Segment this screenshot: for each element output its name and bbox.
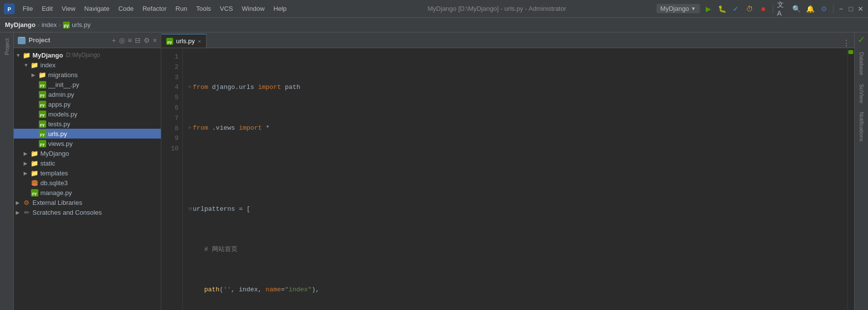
code-content[interactable]: ⊢from django.urls import path ⊢from .vie… bbox=[183, 48, 847, 310]
admin-file-icon: py bbox=[38, 90, 46, 98]
tree-db[interactable]: ▶ db.sqlite3 bbox=[14, 178, 161, 188]
coverage-button[interactable]: ✓ bbox=[730, 3, 741, 14]
breadcrumb-folder[interactable]: index bbox=[41, 21, 57, 28]
views-file-name: views.py bbox=[48, 140, 73, 147]
root-folder-icon: 📁 bbox=[23, 51, 30, 59]
tab-overflow-menu[interactable]: ⋮ bbox=[838, 38, 854, 48]
svg-text:py: py bbox=[167, 40, 172, 44]
tab-close-button[interactable]: × bbox=[198, 38, 201, 44]
breadcrumb-project[interactable]: MyDjango bbox=[5, 21, 35, 28]
scratches-icon: ✏ bbox=[23, 208, 30, 216]
project-panel-label[interactable]: Project bbox=[3, 36, 11, 57]
svg-text:py: py bbox=[32, 191, 37, 196]
svg-rect-5 bbox=[18, 37, 25, 38]
manage-file-name: manage.py bbox=[40, 189, 72, 197]
options-icon[interactable]: ⚙ bbox=[144, 36, 150, 44]
tree-static[interactable]: ▶ 📁 static bbox=[14, 158, 161, 168]
menu-refactor[interactable]: Refactor bbox=[139, 4, 171, 13]
fold-icon-1[interactable]: ⊢ bbox=[189, 83, 192, 92]
svg-text:P: P bbox=[7, 6, 11, 12]
tree-tests[interactable]: ▶ py tests.py bbox=[14, 119, 161, 129]
svg-text:py: py bbox=[64, 23, 69, 28]
menu-vcs[interactable]: VCS bbox=[216, 4, 237, 13]
py-file-icon: py bbox=[63, 22, 70, 28]
notifications-panel-button[interactable]: Notifications bbox=[858, 108, 866, 145]
folder-icon bbox=[18, 36, 26, 44]
scview-panel-button[interactable]: SciView bbox=[858, 80, 866, 107]
static-folder-icon: 📁 bbox=[30, 159, 38, 167]
translate-button[interactable]: 文A bbox=[777, 3, 788, 14]
tree-apps[interactable]: ▶ py apps.py bbox=[14, 99, 161, 109]
menu-file[interactable]: File bbox=[19, 4, 37, 13]
tree-urls[interactable]: ▶ py urls.py bbox=[14, 129, 161, 139]
panel-header: Project + ◎ ≡ ⊟ ⚙ × bbox=[14, 32, 161, 48]
profile-button[interactable]: ⏱ bbox=[744, 3, 755, 14]
tree-migrations[interactable]: ▶ 📁 migrations bbox=[14, 70, 161, 80]
tree-index-folder[interactable]: ▼ 📁 index bbox=[14, 60, 161, 70]
fold-icon-2[interactable]: ⊢ bbox=[189, 123, 192, 133]
tab-label: urls.py bbox=[176, 37, 195, 45]
templates-folder-name: templates bbox=[40, 169, 68, 177]
apps-file-icon: py bbox=[38, 100, 46, 108]
svg-text:py: py bbox=[40, 132, 45, 137]
tree-external-libs[interactable]: ▶ ⚙ External Libraries bbox=[14, 197, 161, 207]
models-file-icon: py bbox=[38, 110, 46, 118]
admin-file-name: admin.py bbox=[48, 91, 74, 98]
breadcrumb-file[interactable]: py urls.py bbox=[63, 21, 90, 28]
check-indicator bbox=[848, 50, 853, 54]
menu-code[interactable]: Code bbox=[115, 4, 138, 13]
breadcrumb-sep-1: › bbox=[37, 21, 39, 28]
svg-text:py: py bbox=[40, 142, 45, 146]
menu-window[interactable]: Window bbox=[238, 4, 269, 13]
right-panel: ✓ Database SciView Notifications bbox=[854, 32, 868, 310]
svg-rect-4 bbox=[18, 37, 26, 44]
vertical-scrollbar[interactable] bbox=[847, 48, 854, 310]
fold-icon-4[interactable]: ⊟ bbox=[189, 204, 192, 214]
tree-view: ▼ 📁 MyDjango D:\MyDjango ▼ 📁 index ▶ 📁 m… bbox=[14, 48, 161, 310]
menu-run[interactable]: Run bbox=[172, 4, 191, 13]
maximize-button[interactable]: □ bbox=[847, 5, 854, 12]
menu-edit[interactable]: Edit bbox=[38, 4, 57, 13]
run-config-selector[interactable]: MyDjango ▼ bbox=[657, 4, 700, 13]
tree-manage[interactable]: ▶ py manage.py bbox=[14, 188, 161, 197]
database-panel-button[interactable]: Database bbox=[858, 48, 866, 79]
collapse-all-icon[interactable]: ⊟ bbox=[135, 36, 141, 44]
db-file-icon bbox=[30, 179, 38, 187]
tree-scratches[interactable]: ▶ ✏ Scratches and Consoles bbox=[14, 207, 161, 217]
tree-views[interactable]: ▶ py views.py bbox=[14, 139, 161, 148]
external-libs-name: External Libraries bbox=[32, 199, 82, 206]
stop-button[interactable]: ■ bbox=[758, 3, 769, 14]
toolbar-separator-2 bbox=[833, 4, 834, 13]
settings-button[interactable]: ⚙ bbox=[818, 3, 829, 14]
menu-tools[interactable]: Tools bbox=[192, 4, 215, 13]
code-line-5: # 网站首页 bbox=[189, 245, 841, 254]
scratches-name: Scratches and Consoles bbox=[32, 209, 102, 216]
index-arrow: ▼ bbox=[24, 62, 30, 68]
menu-help[interactable]: Help bbox=[269, 4, 291, 13]
update-button[interactable]: 🔔 bbox=[805, 3, 815, 14]
expand-all-icon[interactable]: ≡ bbox=[128, 36, 132, 44]
close-button[interactable]: ✕ bbox=[857, 5, 864, 12]
run-button[interactable]: ▶ bbox=[703, 3, 714, 14]
tree-models[interactable]: ▶ py models.py bbox=[14, 109, 161, 119]
apps-file-name: apps.py bbox=[48, 101, 71, 108]
search-button[interactable]: 🔍 bbox=[791, 3, 802, 14]
mydjango-folder-icon: 📁 bbox=[30, 149, 38, 157]
menu-navigate[interactable]: Navigate bbox=[80, 4, 113, 13]
menu-bar: File Edit View Navigate Code Refactor Ru… bbox=[19, 4, 337, 13]
debug-button[interactable]: 🐛 bbox=[717, 3, 727, 14]
tree-templates[interactable]: ▶ 📁 templates bbox=[14, 168, 161, 178]
tree-admin[interactable]: ▶ py admin.py bbox=[14, 89, 161, 99]
menu-view[interactable]: View bbox=[58, 4, 79, 13]
tab-bar: py urls.py × ⋮ bbox=[161, 32, 854, 48]
tree-init[interactable]: ▶ py __init__.py bbox=[14, 80, 161, 89]
code-editor[interactable]: 1 2 3 4 5 6 7 8 9 10 ⊢from django.urls i… bbox=[161, 48, 854, 310]
close-panel-icon[interactable]: × bbox=[153, 36, 157, 44]
titlebar: P File Edit View Navigate Code Refactor … bbox=[0, 0, 868, 18]
tree-mydjango-folder[interactable]: ▶ 📁 MyDjango bbox=[14, 148, 161, 158]
locate-icon[interactable]: ◎ bbox=[119, 36, 125, 44]
tree-root[interactable]: ▼ 📁 MyDjango D:\MyDjango bbox=[14, 50, 161, 60]
tab-urls[interactable]: py urls.py × bbox=[161, 34, 207, 48]
minimize-button[interactable]: − bbox=[838, 5, 844, 12]
add-icon[interactable]: + bbox=[112, 36, 116, 44]
